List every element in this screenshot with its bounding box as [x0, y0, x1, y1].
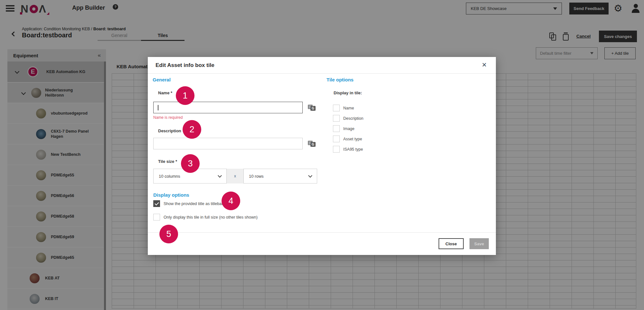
chevron-down-icon — [308, 174, 312, 178]
edit-tile-modal: Edit Asset info box tile ✕ General Tile … — [148, 57, 496, 255]
option-isa95-type-label: ISA95 type — [343, 147, 363, 152]
option-description-label: Description — [343, 116, 364, 121]
size-separator: x — [227, 169, 243, 183]
option-asset-type-label: Asset type — [343, 137, 362, 141]
modal-save-button[interactable]: Save — [469, 238, 489, 249]
annotation-badge-1: 1 — [176, 86, 194, 105]
option-description-checkbox[interactable] — [333, 115, 340, 122]
annotation-badge-5: 5 — [159, 225, 178, 243]
tile-size-label: Tile size * — [158, 159, 177, 164]
name-label: Name * — [158, 90, 172, 95]
option-name-checkbox[interactable] — [333, 105, 340, 111]
rows-select[interactable]: 10 rows — [243, 169, 317, 183]
option-image-checkbox[interactable] — [333, 125, 340, 132]
translate-icon[interactable]: 文G — [308, 105, 316, 111]
option-name-label: Name — [343, 106, 354, 110]
text-caret — [158, 105, 158, 110]
full-size-label: Only display this tile in full size (no … — [164, 215, 258, 220]
section-heading-display-options: Display options — [153, 192, 189, 198]
show-title-label: Show the provided title as titlebar — [164, 202, 223, 206]
columns-select-value: 10 columns — [159, 174, 218, 179]
chevron-down-icon — [218, 174, 222, 178]
section-heading-tile-options: Tile options — [327, 77, 354, 82]
option-asset-type-checkbox[interactable] — [333, 136, 340, 142]
description-input[interactable] — [153, 138, 303, 149]
divider — [148, 232, 496, 233]
option-image-label: Image — [343, 127, 355, 131]
close-icon[interactable]: ✕ — [482, 61, 487, 69]
section-heading-general: General — [153, 77, 171, 82]
option-isa95-type-checkbox[interactable] — [333, 146, 340, 153]
name-input[interactable] — [153, 102, 303, 113]
show-title-checkbox[interactable] — [153, 200, 160, 207]
modal-close-button[interactable]: Close — [439, 238, 464, 249]
description-label: Description — [158, 128, 181, 133]
translate-icon[interactable]: 文G — [308, 141, 316, 147]
annotation-badge-2: 2 — [183, 120, 201, 139]
display-in-tile-label: Display in tile: — [334, 90, 362, 95]
rows-select-value: 10 rows — [249, 174, 309, 179]
modal-title: Edit Asset info box tile — [156, 62, 214, 69]
name-error-text: Name is required — [153, 115, 183, 120]
full-size-checkbox[interactable] — [153, 214, 160, 221]
annotation-badge-4: 4 — [222, 192, 240, 210]
divider — [148, 73, 496, 74]
annotation-badge-3: 3 — [181, 154, 200, 173]
